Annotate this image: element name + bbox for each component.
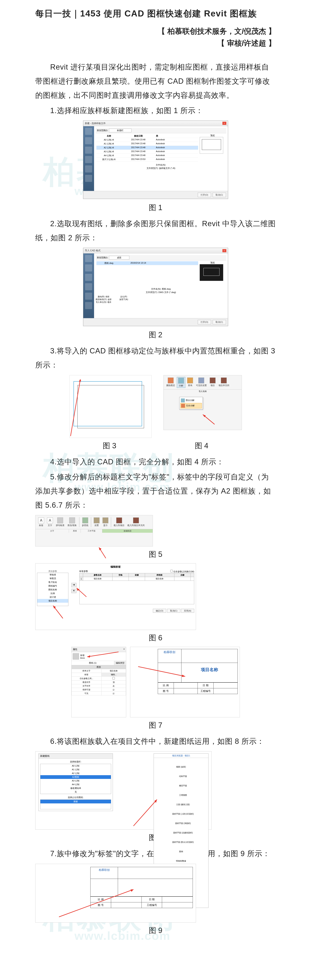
row-index: 1 bbox=[79, 577, 83, 581]
sidebar-folder-icon[interactable] bbox=[85, 264, 92, 272]
ribbon-label[interactable]: A标签 bbox=[37, 517, 45, 527]
tree-item[interactable]: 面积平面 (净面积) bbox=[155, 822, 207, 825]
param-item[interactable]: 图纸编号 bbox=[37, 584, 68, 588]
figure-7: 属性 × 标签 3mm 图纸 (1) 编辑类型 图形 样本文字项目名称 标签编辑… bbox=[35, 647, 276, 718]
cancel-button[interactable]: 取消(C) bbox=[213, 192, 226, 197]
prop-field: 可见 bbox=[71, 692, 101, 695]
prop-value[interactable]: 项目名称 bbox=[101, 669, 126, 673]
tree-item[interactable]: 结构平面 bbox=[155, 775, 207, 778]
prop-checkbox[interactable] bbox=[112, 677, 115, 679]
tb-item[interactable]: 修改通知单 bbox=[40, 786, 111, 790]
color-option[interactable]: 颜色(R): 保留 bbox=[96, 295, 112, 298]
tree-item[interactable]: 图例 bbox=[155, 850, 207, 853]
label-type[interactable]: 标签 3mm bbox=[80, 654, 85, 659]
ph-item-selected[interactable]: 新建 bbox=[40, 800, 111, 803]
tree-item[interactable]: 明细表/数量 bbox=[155, 859, 207, 862]
ribbon-text[interactable]: A文字 bbox=[46, 517, 54, 527]
edit-type-button[interactable]: 编辑类型 bbox=[114, 661, 126, 665]
preview-label: 预览 bbox=[200, 134, 225, 137]
sidebar-folder-icon[interactable] bbox=[85, 283, 92, 290]
sidebar-folder-icon[interactable] bbox=[85, 137, 92, 144]
ribbon-show[interactable]: 显示 bbox=[101, 517, 109, 527]
svg-line-14 bbox=[133, 800, 157, 826]
figure-6: 编辑标签 类别参数 审核者 审图员 客户姓名 图纸编号 图纸名称 比例 设计者 … bbox=[35, 563, 276, 630]
units-option[interactable]: 导入单位(S): 毫米 bbox=[96, 301, 112, 304]
tb-item[interactable]: 无 bbox=[40, 790, 111, 794]
ribbon-set[interactable]: 设置 bbox=[92, 517, 101, 527]
param-item[interactable]: 客户姓名 bbox=[37, 581, 68, 584]
param-item[interactable]: 审图员 bbox=[37, 577, 68, 581]
open-button[interactable]: 打开(O) bbox=[198, 320, 211, 325]
ribbon-refline[interactable]: 参照线 bbox=[81, 517, 90, 527]
close-icon[interactable]: × bbox=[222, 122, 226, 125]
filename-label: 文件名(N): 图框.dwg bbox=[151, 288, 171, 290]
ribbon-spellcheck[interactable]: 拼写检查 bbox=[55, 517, 66, 527]
wrap-checkbox[interactable] bbox=[170, 570, 173, 572]
folder-dropdown[interactable]: 标题栏 bbox=[109, 129, 132, 132]
file-row[interactable]: A3 公制.rft bbox=[97, 150, 121, 153]
prop-value[interactable]: ☑ bbox=[101, 692, 126, 695]
tree-item[interactable]: 视图 (全部) bbox=[155, 765, 207, 768]
file-row-selected[interactable]: A2 公制.rft bbox=[97, 146, 121, 149]
sidebar-folder-icon[interactable] bbox=[85, 165, 92, 172]
open-button[interactable]: 打开(O) bbox=[198, 192, 211, 197]
tree-item[interactable]: 立面 (建筑立面) bbox=[155, 803, 207, 806]
svg-marker-1 bbox=[79, 379, 81, 382]
close-icon[interactable]: × bbox=[222, 249, 226, 252]
tb-item[interactable]: A0 公制 bbox=[40, 764, 111, 768]
file-row[interactable]: A1 公制.rft bbox=[97, 142, 121, 145]
file-row-selected[interactable]: 图框.dwg bbox=[97, 262, 121, 265]
prop-value[interactable]: ☑ bbox=[101, 688, 126, 692]
ribbon-loadproj[interactable]: 载入到项目 bbox=[113, 517, 125, 527]
tb-item[interactable]: A4 公制 bbox=[40, 783, 111, 786]
close-icon[interactable]: × bbox=[123, 648, 125, 651]
filename-label: 文件名(N): bbox=[156, 164, 166, 166]
tree-item[interactable]: 三维视图 bbox=[155, 794, 207, 797]
remove-param-button[interactable]: ✕ bbox=[71, 589, 76, 593]
position-option[interactable]: 定位(P): bbox=[119, 295, 129, 298]
tb-item[interactable]: A2 公制 bbox=[40, 772, 111, 775]
apply-button[interactable]: 应用(A) bbox=[181, 609, 194, 613]
tb-item-selected[interactable]: A2图框 bbox=[40, 775, 111, 779]
layer-option[interactable]: 图层/标高(Y): 全部 bbox=[96, 298, 112, 301]
tree-item[interactable]: 楼层平面 bbox=[155, 784, 207, 788]
sidebar-folder-icon[interactable] bbox=[85, 175, 92, 182]
sidebar-folder-icon[interactable] bbox=[85, 255, 92, 262]
tb-item[interactable]: A1 公制 bbox=[40, 768, 111, 772]
cancel-button[interactable]: 取消(C) bbox=[213, 320, 226, 325]
sidebar-folder-icon[interactable] bbox=[85, 302, 92, 309]
prop-value[interactable]: 顶 bbox=[101, 681, 126, 684]
select-ph-label: 选择占位符图纸: bbox=[40, 796, 111, 799]
tb-date-label: 日 期 bbox=[198, 682, 213, 688]
tree-item[interactable]: 面积平面 (总建筑面积) bbox=[155, 831, 207, 834]
file-row[interactable]: 新尺寸公制.rft bbox=[97, 158, 121, 161]
prop-value-edit[interactable]: 编辑... bbox=[101, 673, 126, 676]
add-param-button[interactable]: ➜ bbox=[71, 583, 76, 587]
tb-drawno-label: 图 号 bbox=[90, 902, 111, 908]
prop-field: 样本文字 bbox=[71, 669, 101, 673]
sidebar-folder-icon[interactable] bbox=[85, 156, 92, 163]
figure-4-label: 图 4 bbox=[195, 441, 208, 451]
sidebar-folder-icon[interactable] bbox=[85, 146, 92, 154]
ok-button[interactable]: 确定(O) bbox=[153, 609, 166, 613]
tb-date-label: 日 期 bbox=[141, 897, 162, 902]
file-row[interactable]: A4 公制.rft bbox=[97, 154, 121, 157]
sidebar-folder-icon[interactable] bbox=[85, 128, 92, 135]
cancel-button[interactable]: 取消(C) bbox=[167, 609, 180, 613]
tree-item[interactable]: 面积平面 (人防分区面积) bbox=[155, 813, 207, 816]
ribbon-loadclose[interactable]: 载入到项目并关闭 bbox=[126, 517, 146, 527]
tb-item[interactable]: A3 公制 bbox=[40, 779, 111, 783]
param-item[interactable]: 图纸名称 bbox=[37, 588, 68, 592]
tree-item[interactable]: 面积平面 (防火分区面积) bbox=[155, 841, 207, 844]
folder-dropdown[interactable]: 桌面 bbox=[109, 256, 129, 259]
param-item-selected[interactable]: 项目名称 bbox=[37, 599, 68, 603]
ribbon-findreplace[interactable]: 查找/替换 bbox=[66, 517, 78, 527]
file-row[interactable]: A0 公制.rft bbox=[97, 138, 121, 141]
place-option[interactable]: 放置于(A): bbox=[119, 298, 129, 301]
param-item[interactable]: 审核者 bbox=[37, 573, 68, 577]
param-item[interactable]: 设计者 bbox=[37, 595, 68, 599]
sidebar-folder-icon[interactable] bbox=[85, 293, 92, 300]
prop-value[interactable]: 左 bbox=[101, 684, 126, 688]
sidebar-folder-icon[interactable] bbox=[85, 274, 92, 281]
param-item[interactable]: 比例 bbox=[37, 592, 68, 595]
